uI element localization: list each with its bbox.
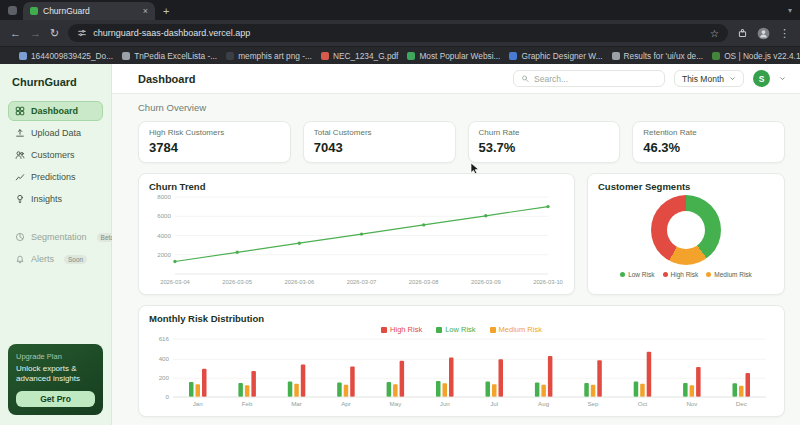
customers-icon [15, 150, 25, 160]
segments-legend: Low Risk High Risk Medium Risk [620, 271, 752, 278]
bar-medium-risk [739, 386, 744, 397]
x-axis-tick: 2026-03-10 [533, 279, 563, 285]
stat-label: Churn Rate [479, 128, 610, 137]
browser-tab[interactable]: ChurnGuard × [23, 2, 155, 20]
bar-low-risk [634, 382, 639, 398]
churn-trend-chart: 20004000600080002026-03-042026-03-052026… [149, 192, 564, 288]
bar-medium-risk [245, 385, 250, 397]
x-axis-tick: 2026-03-05 [222, 279, 252, 285]
pie-chart-icon [15, 232, 25, 242]
browser-logo-icon [8, 6, 17, 15]
trend-chart-icon [15, 172, 25, 182]
bookmark-item[interactable]: Graphic Designer W... [509, 51, 602, 61]
bar-medium-risk [492, 384, 497, 397]
stat-label: High Risk Customers [149, 128, 280, 137]
site-info-icon[interactable] [77, 28, 87, 38]
stat-card-retention-rate: Retention Rate 46.3% [632, 121, 785, 163]
bookmark-item[interactable]: 1644009839425_Do... [19, 51, 113, 61]
bookmark-item[interactable]: NEC_1234_G.pdf [321, 51, 399, 61]
legend-label: Medium Risk [499, 325, 542, 334]
stat-value: 3784 [149, 140, 280, 155]
chevron-down-icon[interactable] [779, 75, 786, 82]
x-axis-tick: Oct [638, 400, 648, 407]
legend-item: Low Risk [620, 271, 654, 278]
back-icon[interactable]: ← [10, 28, 21, 39]
y-axis-tick: 6000 [157, 212, 171, 219]
bookmark-favicon [712, 52, 720, 60]
sidebar-item-insights[interactable]: Insights [8, 189, 103, 209]
period-select[interactable]: This Month [674, 70, 744, 87]
mouse-cursor [470, 162, 481, 175]
sidebar-item-label: Dashboard [31, 106, 78, 116]
bar-chart-legend: High Risk Low Risk Medium Risk [149, 325, 774, 334]
stat-card-total-customers: Total Customers 7043 [303, 121, 456, 163]
bar-medium-risk [443, 383, 448, 397]
legend-swatch [490, 327, 496, 333]
legend-item: High Risk [663, 271, 699, 278]
browser-toolbar: ← → ↻ churnguard-saas-dashboard.vercel.a… [0, 20, 800, 46]
bookmark-label: OS | Node.js v22.4.1... [724, 51, 800, 61]
bookmark-item[interactable]: Most Popular Websi... [407, 51, 500, 61]
x-axis-tick: Apr [341, 400, 351, 407]
x-axis-tick: Jul [490, 400, 498, 407]
customer-segments-card: Customer Segments Low Risk High Risk Med… [587, 173, 785, 295]
user-avatar[interactable]: S [753, 70, 770, 87]
sidebar-item-label: Upload Data [31, 128, 81, 138]
bookmark-item[interactable]: TnPedia ExcelLista -... [122, 51, 217, 61]
bar-medium-risk [541, 385, 546, 397]
chart-title: Monthly Risk Distribution [149, 313, 774, 324]
segments-donut-chart [651, 195, 721, 265]
bookmark-favicon [407, 52, 415, 60]
forward-icon[interactable]: → [30, 28, 41, 39]
sidebar-item-customers[interactable]: Customers [8, 145, 103, 165]
get-pro-button[interactable]: Get Pro [16, 391, 95, 407]
bar-high-risk [696, 367, 701, 397]
bookmark-item[interactable]: memphis art png -... [226, 51, 312, 61]
bar-medium-risk [393, 384, 398, 397]
legend-dot [620, 272, 625, 277]
legend-swatch [381, 327, 387, 333]
profile-avatar-icon[interactable] [757, 27, 770, 40]
x-axis-tick: Dec [736, 400, 747, 407]
bookmark-item[interactable]: OS | Node.js v22.4.1... [712, 51, 800, 61]
x-axis-tick: May [390, 400, 403, 407]
search-box[interactable] [513, 70, 665, 87]
y-axis-tick: 0 [166, 393, 170, 400]
refresh-icon[interactable]: ↻ [50, 28, 59, 39]
upgrade-title: Upgrade Plan [16, 352, 95, 361]
sidebar-item-predictions[interactable]: Predictions [8, 167, 103, 187]
x-axis-tick: 2026-03-08 [409, 279, 439, 285]
monthly-risk-card: Monthly Risk Distribution High Risk Low … [138, 305, 785, 417]
stat-card-high-risk: High Risk Customers 3784 [138, 121, 291, 163]
x-axis-tick: Feb [242, 400, 253, 407]
bookmark-item[interactable]: Results for 'ui/ux de... [612, 51, 704, 61]
bar-high-risk [548, 356, 553, 397]
y-axis-tick: 200 [159, 374, 170, 381]
bar-high-risk [350, 366, 355, 397]
menu-icon[interactable]: ⋮ [779, 28, 790, 39]
address-bar[interactable]: churnguard-saas-dashboard.vercel.app ☆ [68, 24, 728, 42]
extensions-icon[interactable] [737, 28, 748, 39]
bookmark-favicon [321, 52, 329, 60]
sidebar-item-label: Insights [31, 194, 62, 204]
chevron-down-icon[interactable]: ▾ [788, 6, 792, 15]
sidebar-item-segmentation[interactable]: Segmentation Beta [8, 227, 103, 247]
x-axis-tick: Aug [538, 400, 550, 407]
bar-low-risk [535, 382, 540, 397]
sidebar-item-alerts[interactable]: Alerts Soon [8, 249, 103, 269]
donut-wrap [651, 195, 721, 265]
sidebar-spacer [8, 271, 103, 344]
sidebar-item-upload-data[interactable]: Upload Data [8, 123, 103, 143]
bar-high-risk [597, 360, 602, 397]
trend-point [484, 214, 487, 217]
trend-point [360, 232, 363, 235]
new-tab-button[interactable]: + [163, 5, 169, 17]
search-input[interactable] [534, 74, 657, 84]
sidebar-item-label: Alerts [31, 254, 54, 264]
tab-favicon-icon [30, 7, 38, 15]
sidebar-item-dashboard[interactable]: Dashboard [8, 101, 103, 121]
tab-close-icon[interactable]: × [143, 6, 148, 16]
upload-icon [15, 128, 25, 138]
bookmark-star-icon[interactable]: ☆ [710, 28, 719, 39]
bookmark-label: Results for 'ui/ux de... [624, 51, 704, 61]
